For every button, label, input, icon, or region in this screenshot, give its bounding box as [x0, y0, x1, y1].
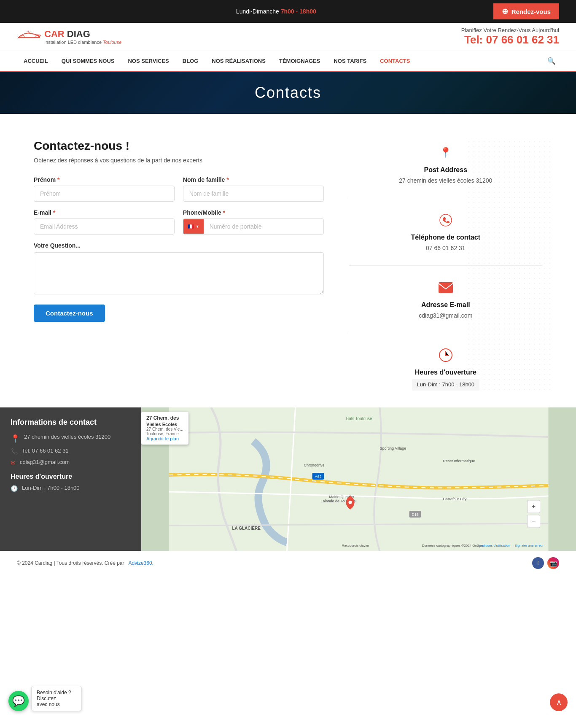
nav-nos-services[interactable]: NOS SERVICES — [121, 52, 175, 70]
phone-card-icon — [436, 211, 455, 229]
svg-text:Bals Toulouse: Bals Toulouse — [346, 416, 373, 421]
map-hours-title: Heures d'ouverture — [11, 473, 131, 480]
bubble-title: 27 Chem. des — [146, 415, 183, 421]
hero-section: Contacts — [0, 72, 576, 114]
map-email-text: cdiag31@gmail.com — [20, 459, 70, 465]
phone-flag-selector[interactable]: 🇫🇷 — [183, 219, 204, 234]
email-label: E-mail * — [34, 209, 175, 216]
phone-label: Phone/Mobile * — [183, 209, 324, 216]
top-bar: Lundi-Dimanche 7h00 - 18h00 ⊕ Rendez-vou… — [0, 0, 576, 23]
hours-card-title: Heures d'ouverture — [349, 369, 542, 376]
phone-group: Phone/Mobile * 🇫🇷 — [183, 209, 324, 235]
svg-rect-1 — [439, 282, 453, 293]
submit-button[interactable]: Contactez-nous — [34, 305, 105, 322]
map-overlay-title: Informations de contact — [11, 418, 131, 427]
nav-accueil[interactable]: ACCUEIL — [17, 52, 55, 70]
divider-1 — [349, 198, 542, 198]
map-bubble: 27 Chem. des Vielles Ecoles 27 Chem. des… — [141, 412, 188, 445]
hours-card-icon — [436, 346, 455, 364]
rendez-vous-button[interactable]: ⊕ Rendez-vous — [493, 3, 559, 19]
svg-text:Reset Informatique: Reset Informatique — [443, 459, 475, 463]
map-info-overlay: Informations de contact 📍 27 chemin des … — [0, 407, 141, 551]
contact-row: E-mail * Phone/Mobile * 🇫🇷 — [34, 209, 324, 235]
instagram-button[interactable]: 📷 — [547, 557, 559, 569]
main-content: Contactez-nous ! Obtenez des réponses à … — [0, 114, 576, 407]
svg-text:Sporting Village: Sporting Village — [380, 446, 406, 450]
map-background[interactable]: Bals Toulouse Chronodrive Sporting Villa… — [141, 407, 576, 551]
map-email-item: ✉ cdiag31@gmail.com — [11, 459, 131, 466]
footer-copyright: © 2024 Cardiag | Tous droits réservés. C… — [17, 560, 124, 566]
firstname-required: * — [57, 176, 59, 183]
email-input[interactable] — [34, 218, 175, 235]
bubble-address2: Toulouse, France — [146, 431, 183, 436]
svg-rect-3 — [169, 407, 549, 551]
bubble-address1: 27 Chem. des Vie... — [146, 427, 183, 431]
lastname-label: Nom de famille * — [183, 176, 324, 183]
nav-qui-sommes-nous[interactable]: QUI SOMMES NOUS — [55, 52, 121, 70]
email-card-title: Adresse E-mail — [349, 301, 542, 309]
contact-form-section: Contactez-nous ! Obtenez des réponses à … — [34, 139, 324, 391]
question-textarea[interactable] — [34, 252, 324, 294]
address-text: 27 chemin des vielles écoles 31200 — [349, 176, 542, 185]
address-title: Post Address — [349, 166, 542, 174]
map-email-icon: ✉ — [11, 459, 16, 466]
hours-card-text: Lun-Dim : 7h00 - 18h00 — [412, 379, 480, 391]
email-card-text: cdiag31@gmail.com — [349, 311, 542, 320]
plan-text: Planifiez Votre Rendez-Vous Aujourd'hui — [461, 27, 559, 33]
map-svg: Bals Toulouse Chronodrive Sporting Villa… — [141, 407, 576, 551]
nav-blog[interactable]: BLOG — [176, 52, 205, 70]
hours-time: 7h00 - 18h00 — [281, 8, 316, 15]
map-section: Informations de contact 📍 27 chemin des … — [0, 407, 576, 551]
map-phone-text: Tel: 07 66 01 62 31 — [22, 448, 69, 454]
svg-text:Chronodrive: Chronodrive — [304, 463, 325, 467]
top-bar-hours: Lundi-Dimanche 7h00 - 18h00 — [236, 8, 316, 15]
email-card: Adresse E-mail cdiag31@gmail.com — [349, 278, 542, 320]
search-icon[interactable]: 🔍 — [544, 51, 559, 71]
header-contact-info: Planifiez Votre Rendez-Vous Aujourd'hui … — [461, 27, 559, 46]
phone-card-text: 07 66 01 62 31 — [349, 244, 542, 253]
svg-text:Carrefour City: Carrefour City — [443, 497, 467, 501]
nav-nos-realisations[interactable]: NOS RÉALISATIONS — [205, 52, 272, 70]
footer-creator[interactable]: Advize360. — [129, 560, 153, 566]
bubble-map-link[interactable]: Agrandir le plan — [146, 436, 183, 441]
facebook-button[interactable]: f — [532, 557, 544, 569]
nav-temoignages[interactable]: TÉMOIGNAGES — [272, 52, 327, 70]
phone-input[interactable] — [204, 219, 323, 234]
phone-prefix: Tel: — [464, 33, 483, 46]
instagram-icon: 📷 — [550, 560, 557, 566]
svg-text:LA GLACIÈRE: LA GLACIÈRE — [232, 526, 261, 531]
logo-text: CAR DIAG — [44, 29, 121, 40]
divider-3 — [349, 333, 542, 333]
firstname-input[interactable] — [34, 186, 175, 202]
phone-wrapper: 🇫🇷 — [183, 218, 324, 235]
map-address-item: 📍 27 chemin des vielles écoles 31200 — [11, 434, 131, 443]
question-group: Votre Question... — [34, 242, 324, 305]
form-title: Contactez-nous ! — [34, 139, 324, 153]
lastname-group: Nom de famille * — [183, 176, 324, 202]
svg-text:−: − — [532, 518, 536, 525]
social-links: f 📷 — [532, 557, 559, 569]
hero-title: Contacts — [255, 84, 321, 102]
firstname-group: Prénom * — [34, 176, 175, 202]
logo-area[interactable]: CAR DIAG Installation LED d'ambiance Tou… — [17, 28, 121, 45]
site-header: CAR DIAG Installation LED d'ambiance Tou… — [0, 23, 576, 51]
phone-card-title: Téléphone de contact — [349, 234, 542, 241]
map-hours-text: Lun-Dim : 7h00 - 18h00 — [22, 485, 80, 491]
phone-number: 07 66 01 62 31 — [486, 33, 560, 46]
address-icon: 📍 — [436, 143, 455, 162]
hours-card: Heures d'ouverture Lun-Dim : 7h00 - 18h0… — [349, 346, 542, 391]
nav-nos-tarifs[interactable]: NOS TARIFS — [327, 52, 373, 70]
nav-contacts[interactable]: CONTACTS — [373, 52, 417, 70]
svg-text:Signaler une erreur: Signaler une erreur — [515, 544, 544, 547]
map-pin-icon: 📍 — [11, 434, 20, 443]
svg-text:Conditions d'utilisation: Conditions d'utilisation — [477, 544, 510, 547]
map-phone-icon: 📞 — [11, 448, 18, 455]
main-nav: ACCUEIL QUI SOMMES NOUS NOS SERVICES BLO… — [0, 51, 576, 72]
lastname-input[interactable] — [183, 186, 324, 202]
map-hours-item: 🕐 Lun-Dim : 7h00 - 18h00 — [11, 485, 131, 492]
map-clock-icon: 🕐 — [11, 485, 18, 492]
phone-card: Téléphone de contact 07 66 01 62 31 — [349, 211, 542, 253]
address-card: 📍 Post Address 27 chemin des vielles éco… — [349, 143, 542, 185]
info-section: 📍 Post Address 27 chemin des vielles éco… — [349, 139, 542, 391]
lastname-required: * — [226, 176, 229, 183]
